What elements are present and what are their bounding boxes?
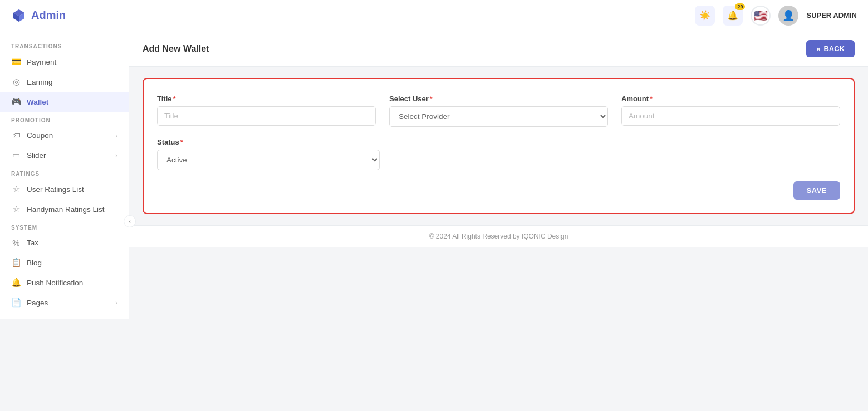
amount-group: Amount* [621,95,840,127]
sidebar-item-label: Pages [27,299,48,307]
sidebar-item-label: Payment [27,58,56,66]
notification-badge: 29 [735,3,745,10]
status-dropdown[interactable]: Active Inactive [157,150,380,170]
sidebar-section-system: SYSTEM [0,219,129,233]
form-row-2: Status* Active Inactive [157,138,840,170]
pages-icon: 📄 [11,298,21,308]
amount-label: Amount* [621,95,840,103]
avatar[interactable]: 👤 [778,6,798,26]
handyman-ratings-icon: ☆ [11,204,21,214]
sidebar-item-coupon[interactable]: 🏷 Coupon › [0,126,129,145]
sidebar-item-tax[interactable]: % Tax [0,233,129,252]
sidebar-section-ratings: RATINGS [0,165,129,179]
slider-icon: ▭ [11,150,21,160]
footer: © 2024 All Rights Reserved by IQONIC Des… [129,225,868,247]
language-selector[interactable]: 🇺🇸 [751,6,771,26]
form-footer: SAVE [157,181,840,200]
sidebar-item-label: Blog [27,259,42,267]
sidebar-item-label: Push Notification [27,279,83,287]
tax-icon: % [11,238,21,247]
theme-toggle-button[interactable]: ☀️ [695,6,715,26]
sidebar-item-label: Tax [27,239,38,247]
status-label: Status* [157,138,380,146]
user-ratings-icon: ☆ [11,184,21,194]
topbar-right: ☀️ 🔔 29 🇺🇸 👤 SUPER ADMIN [695,6,857,26]
amount-input[interactable] [621,106,840,126]
sidebar-item-pages[interactable]: 📄 Pages › [0,293,129,313]
back-button[interactable]: « BACK [806,40,855,57]
sidebar-section-transactions: TRANSACTIONS [0,38,129,52]
push-notification-icon: 🔔 [11,278,21,288]
chevron-right-icon: › [115,132,117,139]
title-input[interactable] [157,106,376,126]
form-row-1: Title* Select User* Select Provider Amou… [157,95,840,127]
back-icon: « [816,44,820,53]
sidebar-section-promotion: PROMOTION [0,112,129,126]
page-title: Add New Wallet [143,44,209,54]
earning-icon: ◎ [11,77,21,87]
sidebar-item-user-ratings[interactable]: ☆ User Ratings List [0,179,129,199]
sidebar-item-label: User Ratings List [27,185,84,194]
sidebar: TRANSACTIONS 💳 Payment ◎ Earning 🎮 Walle… [0,31,129,319]
blog-icon: 📋 [11,258,21,268]
coupon-icon: 🏷 [11,131,21,140]
main-content: Add New Wallet « BACK Title* Select User… [129,31,868,411]
select-user-dropdown[interactable]: Select Provider [389,106,608,127]
notification-button[interactable]: 🔔 29 [723,6,743,26]
sidebar-item-label: Earning [27,78,53,86]
status-group: Status* Active Inactive [157,138,380,170]
select-user-label: Select User* [389,95,608,103]
save-button[interactable]: SAVE [793,181,840,200]
chevron-right-icon: › [115,299,117,306]
sidebar-item-label: Slider [27,151,46,160]
chevron-right-icon: › [115,152,117,159]
topbar: Admin ☀️ 🔔 29 🇺🇸 👤 SUPER ADMIN [0,0,868,31]
sidebar-item-push-notification[interactable]: 🔔 Push Notification [0,273,129,293]
logo[interactable]: Admin [11,8,66,23]
logo-icon [11,8,27,23]
sidebar-item-label: Handyman Ratings List [27,205,105,214]
payment-icon: 💳 [11,57,21,67]
title-group: Title* [157,95,376,127]
sidebar-item-label: Coupon [27,131,53,140]
sidebar-item-slider[interactable]: ▭ Slider › [0,145,129,165]
add-wallet-form-card: Title* Select User* Select Provider Amou… [143,78,855,214]
admin-name: SUPER ADMIN [806,11,857,19]
sidebar-item-wallet[interactable]: 🎮 Wallet [0,92,129,112]
select-user-group: Select User* Select Provider [389,95,608,127]
sidebar-item-blog[interactable]: 📋 Blog [0,252,129,273]
sidebar-collapse-button[interactable]: ‹ [124,215,136,227]
page-header: Add New Wallet « BACK [129,31,868,67]
title-label: Title* [157,95,376,103]
sidebar-item-label: Wallet [27,98,48,106]
sidebar-item-payment[interactable]: 💳 Payment [0,52,129,72]
wallet-icon: 🎮 [11,97,21,107]
sidebar-item-earning[interactable]: ◎ Earning [0,72,129,92]
sidebar-item-handyman-ratings[interactable]: ☆ Handyman Ratings List [0,199,129,219]
